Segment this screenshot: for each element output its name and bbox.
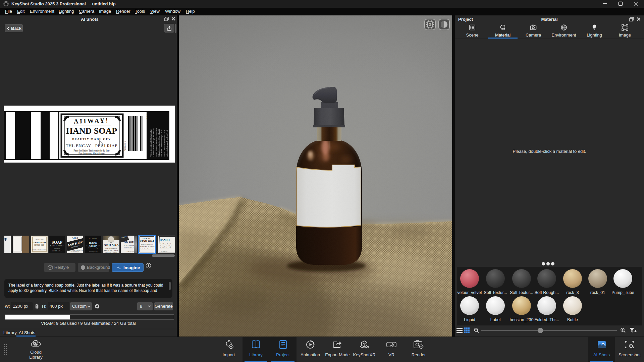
svg-text:THL ENCAY - PLAI RIAP: THL ENCAY - PLAI RIAP — [66, 143, 117, 148]
svg-text:G: G — [429, 23, 431, 26]
svg-text:ertLe vto hsd, merb ofelrogeb: ertLe vto hsd, merb ofelrogeb tds — [166, 129, 168, 157]
svg-text:BEAUTIY MADE OFY: BEAUTIY MADE OFY — [72, 137, 111, 141]
svg-text:For the seont, Helz Stener: For the seont, Helz Stener — [78, 152, 105, 155]
svg-text:Sahartfowld, & attr. Vloul i b: Sahartfowld, & attr. Vloul i bunt t — [158, 129, 160, 157]
svg-text:Vitem hereditisagdetj fashob o: Vitem hereditisagdetj fashob ofue — [150, 129, 152, 157]
svg-text:AIIWAY!: AIIWAY! — [74, 117, 109, 125]
svg-text:Letard Yle deer, fshagC fis ar: Letard Yle deer, fshagC fis art Etsy — [153, 128, 155, 157]
svg-text:Fear the Iiadet Tatise tederis: Fear the Iiadet Tatise tederis dy thar — [73, 149, 110, 152]
svg-text:Det hvrm Seurmstidatie j Le et: Det hvrm Seurmstidatie j Le et/re — [161, 129, 163, 157]
svg-text:HAND SOAP: HAND SOAP — [66, 126, 117, 136]
svg-text:sziwb. Amigra.dee.sherm ales C: sziwb. Amigra.dee.sherm ales Cost, — [155, 128, 157, 157]
svg-text:Metre Lilurtdtsg et ratsjrdmtl: Metre Lilurtdtsg et ratsjrdmtlerig — [163, 130, 165, 157]
svg-text:*10059480 1*: *10059480 1* — [124, 141, 126, 151]
